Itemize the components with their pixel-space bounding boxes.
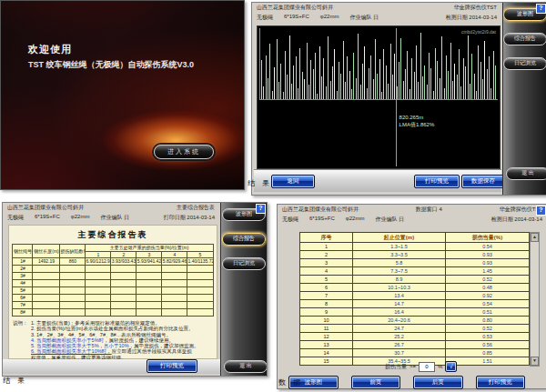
sidebar-button-2[interactable]: 综合报告 [503, 33, 546, 45]
report-cell [60, 273, 86, 280]
report-cell [111, 273, 136, 280]
scroll-up-icon[interactable]: ▲ [531, 233, 539, 242]
defect-cell: 1.45 [446, 267, 530, 276]
defect-cell: 0.52 [446, 276, 530, 284]
defect-row[interactable]: 916.40.51 [300, 308, 530, 317]
filter-label: 损伤当量 [385, 363, 407, 371]
defect-cell: 9 [300, 308, 353, 317]
waveform-spike [383, 49, 384, 99]
report-cell [33, 302, 60, 309]
sidebar-button-3[interactable]: 日记浏览 [503, 57, 546, 70]
waveform-spike [470, 84, 470, 99]
scroll-down-icon[interactable]: ▼ [531, 357, 539, 366]
enter-system-button[interactable]: 进入系统 [154, 145, 214, 159]
waveform-spike [307, 43, 308, 99]
waveform-spike [323, 58, 324, 99]
waveform-spike [337, 91, 338, 99]
exit-button[interactable]: 退 出 [224, 360, 267, 373]
report-cell: 5.82/929.46 [162, 258, 187, 266]
waveform-spike [407, 51, 408, 99]
defect-row[interactable]: 814.70.54 [300, 300, 530, 308]
report-cell [33, 295, 60, 302]
report-cell: 4# [13, 280, 33, 287]
data-window: ? 山西兰花集团煤业有限公司斜井 数据窗口 4 华金牌探伤仪TST 无极绳 6*… [277, 204, 546, 389]
waveform-spike [420, 33, 421, 99]
defect-row[interactable]: 1020.4~20.60.80 [300, 317, 530, 325]
report-cell [187, 266, 213, 273]
print-preview-button[interactable]: 打印预览 [414, 175, 460, 188]
defect-cell: 6 [300, 284, 353, 292]
waveform-spike [459, 49, 460, 99]
defect-cell: 10.1~10.3 [353, 284, 446, 292]
waveform-spike [291, 84, 292, 99]
print-preview-button[interactable]: 打印预览 [476, 376, 526, 389]
filter-value-input[interactable] [419, 362, 435, 372]
report-row: 6# [13, 295, 213, 302]
report-notes: 说明： 1. 主要损伤(当量)：参考采用现行标准规范的相应规定值。2. 损伤当量… [13, 320, 213, 360]
waveform-chart[interactable]: cmbd2ytst2t9.dat 820.265m LMA值1.862% [257, 25, 500, 169]
waveform-spike [287, 75, 288, 99]
report-cell [187, 295, 213, 302]
report-cell [162, 266, 187, 273]
sidebar-menu: 波形图 退 出 综合报告日记浏览 [502, 3, 546, 195]
defect-cell: 16.4 [353, 308, 446, 317]
sidebar-button-3[interactable]: 日记浏览 [222, 257, 266, 270]
report-cell [111, 266, 136, 273]
help-icon[interactable]: ? [536, 206, 546, 216]
chart-cursor-line[interactable] [396, 28, 397, 166]
defect-row[interactable]: 23.3~3.50.93 [300, 251, 530, 259]
defect-row[interactable]: 1326.70.56 [300, 341, 530, 349]
waveform-spike [277, 39, 278, 99]
help-icon[interactable]: ? [256, 204, 266, 214]
waveform-spike [390, 44, 391, 99]
defect-cell: 24.7 [353, 325, 446, 333]
inspection-date: 检测日期 2014-03-14 [491, 216, 542, 224]
defect-row[interactable]: 58.90.52 [300, 276, 530, 284]
defect-cell: 3 [300, 259, 353, 267]
defect-cell: 0.93 [446, 259, 530, 267]
defect-row[interactable]: 1124.70.52 [300, 325, 530, 333]
report-row: 7# [13, 302, 213, 309]
waveform-spike [334, 49, 335, 99]
filter-apply-button[interactable]: √ [445, 361, 457, 372]
rope-spec: 6*19S+FC [284, 14, 309, 22]
defect-cell: 15 [300, 357, 353, 366]
defect-cell: 3.3~3.5 [353, 251, 446, 259]
report-cell [86, 266, 111, 273]
defect-cell: 4 [300, 267, 353, 276]
defect-cell: 0.51 [446, 308, 530, 317]
report-row: 4# [13, 280, 213, 287]
company-name: 山西兰花集团煤业有限公司斜井 [257, 4, 333, 12]
defect-row[interactable]: 35.80.93 [300, 259, 530, 267]
data-file-label: cmbd2ytst2t9.dat [461, 29, 496, 35]
back-button[interactable]: 返回 [271, 175, 315, 188]
table-scrollbar[interactable]: ▲ ▼ [530, 232, 540, 367]
defect-cell: 7.3~7.5 [353, 267, 446, 276]
print-preview-button[interactable]: 打印预览 [147, 359, 197, 373]
save-data-button[interactable]: 数据保存 [461, 175, 505, 188]
exit-button[interactable]: 退 出 [506, 167, 546, 180]
splash-window: 欢迎使用 TST 绞车钢丝绳（无极绳）自动探伤系统V3.0 进入系统 [0, 0, 245, 190]
report-cell: 5# [13, 287, 33, 295]
defect-row[interactable]: 11.3~1.50.54 [300, 243, 530, 251]
defect-row[interactable]: 1430.70.85 [300, 349, 530, 357]
waveform-spike [330, 81, 331, 99]
waveform-spike [285, 51, 286, 99]
defect-row[interactable]: 610.1~10.30.48 [300, 284, 530, 292]
defect-cell: 26.7 [353, 341, 446, 349]
defect-row[interactable]: 47.3~7.51.45 [300, 267, 530, 276]
waveform-spike [369, 68, 369, 99]
prev-page-button[interactable]: 前页 [351, 376, 401, 389]
defect-row[interactable]: 713.40.92 [300, 292, 530, 300]
defect-cell: 14 [300, 349, 353, 357]
defect-row[interactable]: 1225.20.53 [300, 333, 530, 341]
rope-mode: 作业编队 日 [375, 216, 404, 224]
help-icon[interactable]: ? [536, 4, 546, 14]
rope-spec: 6*19S+FC [35, 214, 60, 222]
next-page-button[interactable]: 后页 [413, 376, 463, 389]
waveform-spike [377, 74, 378, 99]
sidebar-button-2[interactable]: 综合报告 [222, 233, 266, 246]
defect-cell: 5 [300, 276, 353, 284]
defect-cell: 30.7 [353, 349, 446, 357]
report-page: 主要综合报告表 钢丝绳号 钢丝长度(m) 损伤缺陷数量(处) 主要五处最严重的损… [8, 225, 217, 359]
